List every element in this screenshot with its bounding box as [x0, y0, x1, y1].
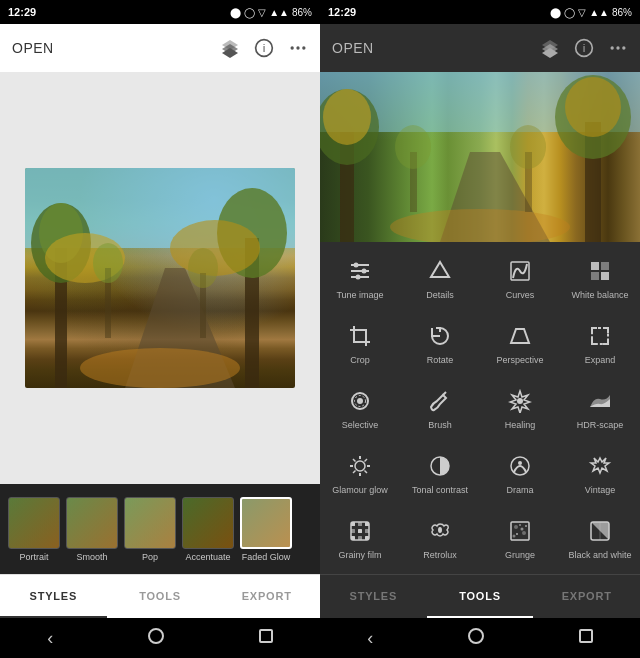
right-tab-tools[interactable]: TOOLS	[427, 575, 534, 618]
tool-label-hdr: HDR-scape	[577, 420, 624, 431]
info-icon[interactable]: i	[254, 38, 274, 58]
right-home-button[interactable]	[468, 628, 484, 648]
thumb-label-pop: Pop	[142, 552, 158, 562]
more-icon[interactable]	[288, 38, 308, 58]
right-more-icon[interactable]	[608, 38, 628, 58]
svg-marker-53	[511, 329, 529, 343]
left-bottom-tabs: STYLES TOOLS EXPORT	[0, 574, 320, 618]
right-status-bar: 12:29 ⬤ ◯ ▽ ▲▲ 86%	[320, 0, 640, 24]
left-back-button[interactable]: ‹	[47, 628, 53, 649]
tool-label-grainy: Grainy film	[338, 550, 381, 561]
left-tab-tools[interactable]: TOOLS	[107, 575, 214, 618]
thumb-portrait[interactable]: Portrait	[8, 497, 60, 562]
tool-glamour[interactable]: Glamour glow	[320, 441, 400, 506]
right-time: 12:29	[328, 6, 356, 18]
svg-rect-76	[365, 522, 369, 526]
perspective-icon	[506, 322, 534, 350]
tool-grainy[interactable]: Grainy film	[320, 506, 400, 571]
svg-point-60	[517, 398, 523, 404]
left-nav-bar: ‹	[0, 618, 320, 658]
tool-vintage[interactable]: Vintage	[560, 441, 640, 506]
right-tab-export[interactable]: EXPORT	[533, 575, 640, 618]
tool-perspective[interactable]: Perspective	[480, 311, 560, 376]
tool-tonal[interactable]: Tonal contrast	[400, 441, 480, 506]
thumb-smooth[interactable]: Smooth	[66, 497, 118, 562]
svg-marker-47	[431, 262, 449, 277]
svg-point-83	[438, 527, 442, 533]
tool-grunge[interactable]: Grunge	[480, 506, 560, 571]
svg-point-28	[622, 46, 625, 49]
svg-point-18	[93, 243, 123, 283]
svg-rect-77	[351, 529, 355, 533]
vintage-icon	[586, 452, 614, 480]
layers-icon[interactable]	[220, 38, 240, 58]
thumb-label-accentuate: Accentuate	[185, 552, 230, 562]
svg-point-5	[291, 46, 294, 49]
expand-icon	[586, 322, 614, 350]
healing-icon	[506, 387, 534, 415]
tool-label-selective: Selective	[342, 420, 379, 431]
tool-selective[interactable]: Selective	[320, 376, 400, 441]
right-back-button[interactable]: ‹	[367, 628, 373, 649]
svg-line-59	[443, 392, 446, 395]
tool-details[interactable]: Details	[400, 246, 480, 311]
left-tab-export[interactable]: EXPORT	[213, 575, 320, 618]
left-image-area	[0, 72, 320, 484]
tool-hdr[interactable]: HDR-scape	[560, 376, 640, 441]
right-bottom-tabs: STYLES TOOLS EXPORT	[320, 574, 640, 618]
tool-rotate[interactable]: Rotate	[400, 311, 480, 376]
right-tab-styles[interactable]: STYLES	[320, 575, 427, 618]
tool-drama[interactable]: Drama	[480, 441, 560, 506]
thumb-pop[interactable]: Pop	[124, 497, 176, 562]
curves-icon	[506, 257, 534, 285]
tool-label-healing: Healing	[505, 420, 536, 431]
tool-healing[interactable]: Healing	[480, 376, 560, 441]
crop-icon	[346, 322, 374, 350]
svg-line-68	[365, 459, 368, 462]
svg-point-88	[522, 531, 526, 535]
wb-icon	[586, 257, 614, 285]
tool-expand[interactable]: Expand	[560, 311, 640, 376]
svg-point-32	[323, 89, 371, 145]
tool-tune-image[interactable]: Tune image	[320, 246, 400, 311]
tool-brush[interactable]: Brush	[400, 376, 480, 441]
svg-point-7	[302, 46, 305, 49]
svg-rect-51	[591, 272, 599, 280]
svg-point-36	[390, 209, 570, 242]
tool-label-drama: Drama	[506, 485, 533, 496]
tool-label-retrolux: Retrolux	[423, 550, 457, 561]
tool-label-glamour: Glamour glow	[332, 485, 388, 496]
svg-point-72	[518, 461, 522, 465]
tool-label-expand: Expand	[585, 355, 616, 366]
left-recents-button[interactable]	[259, 629, 273, 647]
right-recents-button[interactable]	[579, 629, 593, 647]
svg-point-44	[362, 268, 367, 273]
tool-crop[interactable]: Crop	[320, 311, 400, 376]
tool-white-balance[interactable]: White balance	[560, 246, 640, 311]
left-home-button[interactable]	[148, 628, 164, 648]
glamour-icon	[346, 452, 374, 480]
right-open-label[interactable]: OPEN	[332, 40, 374, 56]
tool-label-curves: Curves	[506, 290, 535, 301]
svg-point-26	[611, 46, 614, 49]
left-thumbnails: Portrait Smooth Pop Accentuate Faded Glo…	[0, 484, 320, 574]
thumb-faded-glow[interactable]: Faded Glow	[240, 497, 292, 562]
right-info-icon[interactable]: i	[574, 38, 594, 58]
svg-rect-79	[365, 529, 369, 533]
tool-label-wb: White balance	[571, 290, 628, 301]
tool-retrolux[interactable]: Retrolux	[400, 506, 480, 571]
svg-point-90	[513, 534, 516, 537]
left-tab-styles[interactable]: STYLES	[0, 575, 107, 618]
right-layers-icon[interactable]	[540, 38, 560, 58]
tool-bw[interactable]: Black and white	[560, 506, 640, 571]
right-panel: 12:29 ⬤ ◯ ▽ ▲▲ 86% OPEN i	[320, 0, 640, 658]
svg-rect-82	[365, 536, 369, 540]
tool-label-perspective: Perspective	[496, 355, 543, 366]
bw-icon	[586, 517, 614, 545]
left-panel: 12:29 ⬤ ◯ ▽ ▲▲ 86% OPEN i	[0, 0, 320, 658]
tool-curves[interactable]: Curves	[480, 246, 560, 311]
svg-rect-49	[591, 262, 599, 270]
left-open-label[interactable]: OPEN	[12, 40, 54, 56]
thumb-accentuate[interactable]: Accentuate	[182, 497, 234, 562]
svg-point-14	[80, 348, 240, 388]
